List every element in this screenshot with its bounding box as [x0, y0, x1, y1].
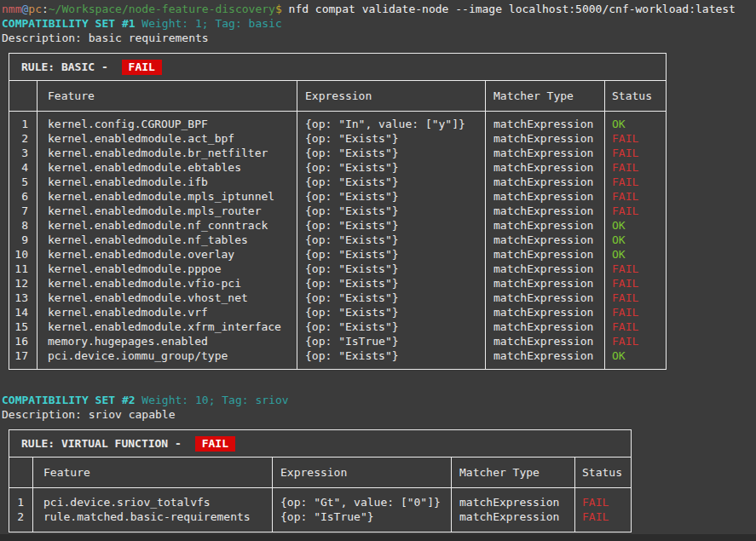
expression-value: {op: "Exists"}: [297, 319, 485, 334]
col-header-feature: Feature: [32, 458, 272, 487]
table-row: 14kernel.enabledmodule.vrf{op: "Exists"}…: [9, 305, 666, 319]
expression-value: {op: "Exists"}: [297, 146, 485, 160]
expression-value: {op: "Exists"}: [297, 247, 485, 262]
column-divider: [272, 458, 273, 532]
status-value: FAIL: [604, 131, 666, 146]
matcher-type: matchExpression: [485, 262, 604, 276]
row-number: 13: [9, 291, 37, 305]
feature-name: kernel.enabledmodule.br_netfilter: [37, 146, 297, 160]
feature-name: pci.device.iommu_group/type: [37, 348, 297, 363]
feature-name: kernel.enabledmodule.act_bpf: [37, 131, 297, 146]
row-number: 9: [9, 233, 37, 247]
table-header-row: Feature Expression Matcher Type Status: [9, 458, 631, 488]
row-number: 15: [9, 319, 37, 334]
row-number: 1: [9, 495, 32, 509]
expression-value: {op: "Gt", value: ["0"]}: [272, 495, 451, 509]
matcher-type: matchExpression: [485, 319, 604, 334]
table-row: 5kernel.enabledmodule.ifb{op: "Exists"}m…: [9, 175, 666, 189]
expression-value: {op: "Exists"}: [297, 204, 485, 218]
row-number: 5: [9, 175, 37, 189]
column-divider: [604, 81, 605, 369]
table-row: 1pci.device.sriov_totalvfs{op: "Gt", val…: [9, 495, 631, 509]
matcher-type: matchExpression: [485, 218, 604, 233]
table-row: 1kernel.config.CGROUP_BPF{op: "In", valu…: [9, 117, 666, 131]
set1-header: COMPATIBILITY SET #1 Weight: 1; Tag: bas…: [2, 16, 756, 31]
row-number: 4: [9, 160, 37, 175]
expression-value: {op: "Exists"}: [297, 305, 485, 319]
status-value: FAIL: [604, 160, 666, 175]
status-value: FAIL: [604, 189, 666, 204]
table-row: 3kernel.enabledmodule.br_netfilter{op: "…: [9, 146, 666, 160]
column-divider: [485, 81, 486, 369]
col-header-matcher-type: Matcher Type: [485, 81, 604, 111]
expression-value: {op: "In", value: ["y"]}: [297, 117, 485, 131]
expression-value: {op: "Exists"}: [297, 262, 485, 276]
feature-name: kernel.enabledmodule.mpls_router: [37, 204, 297, 218]
expression-value: {op: "IsTrue"}: [297, 334, 485, 348]
rule-label: RULE: BASIC -: [21, 60, 115, 74]
expression-value: {op: "Exists"}: [297, 291, 485, 305]
feature-name: kernel.enabledmodule.mpls_iptunnel: [37, 189, 297, 204]
feature-name: kernel.enabledmodule.ebtables: [37, 160, 297, 175]
status-value: FAIL: [604, 276, 666, 291]
table-header-row: Feature Expression Matcher Type Status: [9, 81, 666, 112]
row-number: 1: [9, 117, 37, 131]
table-row: 2rule.matched.basic-requirements{op: "Is…: [9, 509, 631, 524]
column-divider: [32, 458, 33, 532]
rule-header-row: RULE: BASIC - FAIL: [9, 54, 666, 81]
col-header-matcher-type: Matcher Type: [451, 458, 574, 487]
matcher-type: matchExpression: [485, 175, 604, 189]
status-value: FAIL: [574, 495, 631, 509]
prompt-user: nmm: [2, 3, 21, 15]
rule-status-badge: FAIL: [122, 60, 162, 75]
feature-name: pci.device.sriov_totalvfs: [32, 495, 272, 509]
status-value: FAIL: [604, 334, 666, 348]
feature-name: memory.hugepages.enabled: [37, 334, 297, 348]
matcher-type: matchExpression: [451, 495, 574, 509]
expression-value: {op: "Exists"}: [297, 218, 485, 233]
terminal-output: nmm@pc:~/Workspace/node-feature-discover…: [0, 0, 756, 45]
feature-name: kernel.enabledmodule.nf_tables: [37, 233, 297, 247]
rule-label: RULE: VIRTUAL FUNCTION -: [21, 436, 188, 451]
matcher-type: matchExpression: [485, 146, 604, 160]
prompt-separator: :: [42, 3, 49, 15]
table-grid: Feature Expression Matcher Type Status 1…: [9, 458, 631, 532]
table-row: 17pci.device.iommu_group/type{op: "Exist…: [9, 348, 666, 363]
status-value: OK: [604, 233, 666, 247]
status-value: FAIL: [604, 262, 666, 276]
feature-name: kernel.enabledmodule.ifb: [37, 175, 297, 189]
terminal-output: COMPATIBILITY SET #2 Weight: 10; Tag: sr…: [0, 370, 756, 422]
row-number: 2: [9, 131, 37, 146]
table-row: 7kernel.enabledmodule.mpls_router{op: "E…: [9, 204, 666, 218]
compatibility-table-2: RULE: VIRTUAL FUNCTION - FAIL Feature Ex…: [9, 429, 632, 532]
table-row: 15kernel.enabledmodule.xfrm_interface{op…: [9, 319, 666, 334]
table-row: 16memory.hugepages.enabled{op: "IsTrue"}…: [9, 334, 666, 348]
expression-value: {op: "Exists"}: [297, 233, 485, 247]
column-divider: [37, 81, 38, 369]
status-value: FAIL: [604, 319, 666, 334]
row-number: 8: [9, 218, 37, 233]
status-value: FAIL: [604, 305, 666, 319]
col-header-status: Status: [574, 458, 631, 487]
expression-value: {op: "IsTrue"}: [272, 509, 451, 524]
matcher-type: matchExpression: [485, 131, 604, 146]
matcher-type: matchExpression: [485, 247, 604, 262]
status-value: FAIL: [604, 146, 666, 160]
table-body: 1kernel.config.CGROUP_BPF{op: "In", valu…: [9, 112, 666, 369]
compatibility-table-1: RULE: BASIC - FAIL Feature Expression Ma…: [9, 53, 667, 370]
matcher-type: matchExpression: [485, 160, 604, 175]
table-row: 11kernel.enabledmodule.pppoe{op: "Exists…: [9, 262, 666, 276]
status-value: FAIL: [604, 291, 666, 305]
feature-name: kernel.enabledmodule.vfio-pci: [37, 276, 297, 291]
row-number: 2: [9, 509, 32, 524]
table-row: 6kernel.enabledmodule.mpls_iptunnel{op: …: [9, 189, 666, 204]
prompt-symbol: $: [275, 3, 282, 15]
table-row: 13kernel.enabledmodule.vhost_net{op: "Ex…: [9, 291, 666, 305]
terminal-window[interactable]: { "colors": { "bg": "#3b3b3b", "border":…: [0, 0, 756, 541]
column-divider: [297, 81, 297, 369]
window-bottom-edge: [0, 534, 756, 541]
col-header-feature: Feature: [37, 81, 297, 111]
expression-value: {op: "Exists"}: [297, 276, 485, 291]
set1-title: COMPATIBILITY SET #1: [2, 17, 136, 30]
feature-name: kernel.enabledmodule.nf_conntrack: [37, 218, 297, 233]
